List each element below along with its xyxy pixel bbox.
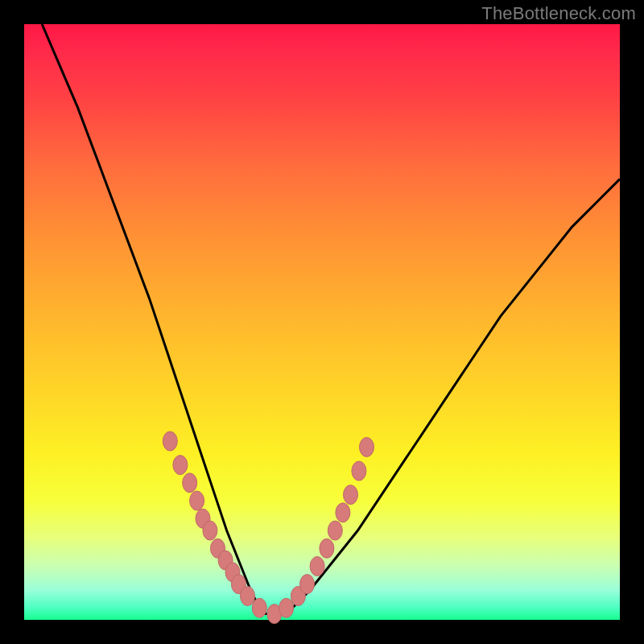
sample-dots-group [163,431,374,624]
sample-dot [190,491,204,510]
sample-dot [300,575,315,594]
plot-area [24,24,620,620]
sample-dot [173,456,188,475]
sample-dot [328,521,342,540]
chart-frame: TheBottleneck.com [0,0,644,644]
curve-svg [24,24,620,620]
sample-dot [241,586,255,605]
sample-dot [163,431,177,451]
sample-dot [279,598,294,617]
sample-dot [360,437,374,456]
sample-dot [310,556,324,576]
sample-dot [183,473,197,493]
sample-dot [336,503,350,522]
sample-dot [320,539,334,558]
sample-dot [344,485,358,505]
sample-dot [252,598,266,617]
watermark-text: TheBottleneck.com [481,3,636,24]
sample-dot [352,461,366,481]
sample-dot [203,521,217,540]
